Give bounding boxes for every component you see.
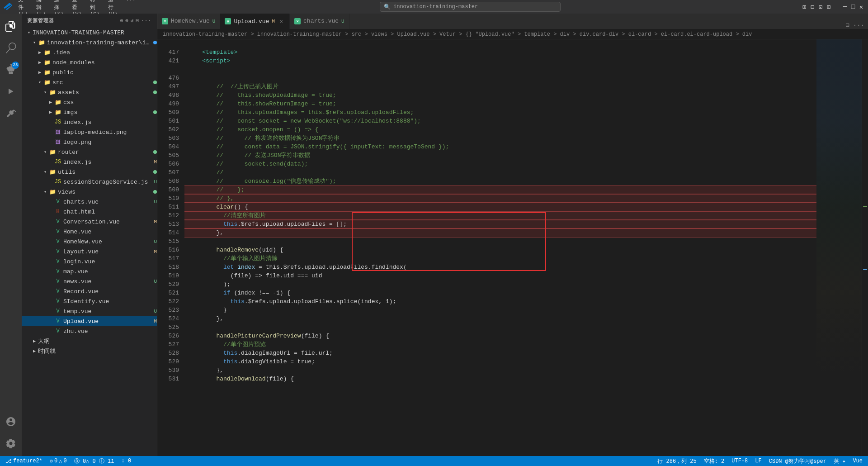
tab-close-button[interactable]: ✕ xyxy=(278,18,285,25)
tree-root[interactable]: ▾ INNOVATION-TRAINING-MASTER xyxy=(22,28,157,38)
spaces-label: 空格: 2 xyxy=(704,457,725,465)
tree-router-index[interactable]: ▶ JS index.js M xyxy=(22,157,157,167)
layout-icon[interactable]: ⊞ xyxy=(801,2,807,11)
status-language[interactable]: Vue xyxy=(851,456,864,466)
position-label: 行 286，列 25 xyxy=(657,457,696,465)
tree-label: assets xyxy=(58,89,151,96)
tree-router[interactable]: ▾ 📁 router xyxy=(22,147,157,157)
folder-icon: 📁 xyxy=(43,59,51,66)
status-branch[interactable]: ⎇ feature2* xyxy=(4,456,44,466)
tab-charts[interactable]: V charts.vue U xyxy=(290,14,349,29)
tree-timeline[interactable]: ▶ 时间线 xyxy=(22,346,157,356)
new-file-icon[interactable]: ⊕ xyxy=(120,18,124,24)
tree-homenew-vue[interactable]: ▶ V HomeNew.vue U xyxy=(22,237,157,247)
tree-chat-html[interactable]: ▶ H chat.html xyxy=(22,207,157,217)
status-position[interactable]: 行 286，列 25 xyxy=(656,456,698,466)
status-left: ⎇ feature2* ⊘ 0 △ 0 ⓪ 0△ 0 ⓘ 11 ↕ 0 xyxy=(4,456,133,466)
tree-arrow: ▶ xyxy=(36,69,43,76)
tab-upload[interactable]: V Upload.vue M ✕ xyxy=(220,14,290,29)
minimize-button[interactable]: ─ xyxy=(842,2,848,11)
code-line: }, xyxy=(184,228,816,237)
tree-index-js[interactable]: ▶ JS index.js xyxy=(22,117,157,127)
tree-conversation-vue[interactable]: ▶ V Conversation.vue M xyxy=(22,217,157,227)
editor-actions: ⊟ ··· xyxy=(842,21,868,29)
code-line: // const socket = new WebSocket("ws://lo… xyxy=(184,117,816,125)
folder-icon: 📁 xyxy=(43,49,51,56)
activity-explorer[interactable] xyxy=(0,15,22,37)
folder-icon: 📁 xyxy=(43,69,51,76)
tree-utils[interactable]: ▾ 📁 utils xyxy=(22,167,157,177)
split-editor-icon[interactable]: ⊟ xyxy=(845,21,849,29)
code-line: }, xyxy=(184,366,816,375)
layout4-icon[interactable]: ⊞ xyxy=(826,2,832,11)
status-errors[interactable]: ⊘ 0 △ 0 xyxy=(48,456,69,466)
maximize-button[interactable]: □ xyxy=(850,2,856,11)
tabs-bar: V HomeNew.vue U V Upload.vue M ✕ V chart… xyxy=(157,14,868,29)
tree-label: zhu.vue xyxy=(63,328,157,335)
tree-layout-vue[interactable]: ▶ V Layout.vue M xyxy=(22,247,157,257)
layout3-icon[interactable]: ⊡ xyxy=(817,2,824,11)
tab-homenew[interactable]: V HomeNew.vue U xyxy=(157,14,220,29)
tree-idea[interactable]: ▶ 📁 .idea xyxy=(22,48,157,57)
tree-sidentify-vue[interactable]: ▶ V SIdentify.vue xyxy=(22,296,157,306)
tree-main-folder[interactable]: ▾ 📁 innovation-training-master\in... xyxy=(22,38,157,48)
activity-search[interactable] xyxy=(0,37,22,59)
activity-account[interactable] xyxy=(0,411,22,433)
activity-extensions[interactable] xyxy=(0,102,22,124)
status-spaces[interactable]: 空格: 2 xyxy=(702,456,726,466)
tabs-spacer xyxy=(349,14,842,29)
sidebar: 资源管理器 ⊕ ⊕ ↺ ⊟ ··· ▾ INNOVATION-TRAINING-… xyxy=(22,14,157,456)
new-folder-icon[interactable]: ⊕ xyxy=(125,18,129,24)
tree-outline[interactable]: ▶ 大纲 xyxy=(22,336,157,346)
tree-temp-vue[interactable]: ▶ V temp.vue U xyxy=(22,306,157,316)
tree-login-vue[interactable]: ▶ V login.vue xyxy=(22,257,157,266)
tree-laptop-png[interactable]: ▶ 🖼 laptop-medical.png xyxy=(22,127,157,137)
more-actions-icon[interactable]: ··· xyxy=(853,22,864,29)
code-area[interactable]: <template> <script> // //上传已插入图片 // this… xyxy=(184,39,816,456)
tree-upload-vue[interactable]: ▶ V Upload.vue M xyxy=(22,316,157,326)
tree-logo-png[interactable]: ▶ 🖼 logo.png xyxy=(22,137,157,147)
titlebar: 文件(F) 编辑(E) 选择(S) 查看(V) 转到(G) 运行(R) ... … xyxy=(0,0,868,14)
tree-session-service[interactable]: ▶ JS sessionStorageService.js U xyxy=(22,177,157,187)
tree-zhu-vue[interactable]: ▶ V zhu.vue xyxy=(22,326,157,336)
badge-dot xyxy=(153,170,157,174)
layout2-icon[interactable]: ⊟ xyxy=(809,2,816,11)
refresh-icon[interactable]: ↺ xyxy=(131,18,134,24)
activity-settings[interactable] xyxy=(0,433,22,454)
tree-label: laptop-medical.png xyxy=(63,129,157,136)
code-line: (file) => file.uid === uid xyxy=(184,271,816,280)
activity-git[interactable]: 23 xyxy=(0,59,22,81)
tree-imgs[interactable]: ▶ 📁 imgs xyxy=(22,107,157,117)
tree-src[interactable]: ▾ 📁 src xyxy=(22,77,157,87)
status-info[interactable]: ⓪ 0△ 0 ⓘ 11 xyxy=(72,456,116,466)
status-csdn[interactable]: CSDN @努力学习@sper xyxy=(767,456,828,466)
tree-public[interactable]: ▶ 📁 public xyxy=(22,67,157,77)
warning-count: 0 xyxy=(63,458,66,464)
tree-home-vue[interactable]: ▶ V Home.vue xyxy=(22,227,157,237)
tree-css[interactable]: ▶ 📁 css xyxy=(22,97,157,107)
status-bar: ⎇ feature2* ⊘ 0 △ 0 ⓪ 0△ 0 ⓘ 11 ↕ 0 行 28… xyxy=(0,456,868,466)
badge-U: U xyxy=(154,279,157,284)
vue-file-icon: V xyxy=(54,278,61,285)
png-file-icon: 🖼 xyxy=(54,138,61,146)
status-input[interactable]: 英 ✦ xyxy=(832,456,847,466)
global-search-bar[interactable]: 🔍 innovation-training-master xyxy=(380,2,561,12)
tree-views[interactable]: ▾ 📁 views xyxy=(22,187,157,197)
code-lines: <template> <script> // //上传已插入图片 // this… xyxy=(184,39,816,383)
tree-record-vue[interactable]: ▶ V Record.vue xyxy=(22,286,157,296)
status-encoding[interactable]: UTF-8 xyxy=(730,456,750,466)
tree-map-vue[interactable]: ▶ V map.vue xyxy=(22,266,157,276)
more-icon[interactable]: ··· xyxy=(141,18,151,24)
code-line: handlePictureCardPreview(file) { xyxy=(184,332,816,340)
tree-node-modules[interactable]: ▶ 📁 node_modules xyxy=(22,57,157,67)
tree-news-vue[interactable]: ▶ V news.vue U xyxy=(22,276,157,286)
status-sync[interactable]: ↕ 0 xyxy=(120,456,133,466)
tab-label: charts.vue xyxy=(303,18,339,24)
activity-run[interactable] xyxy=(0,81,22,102)
tree-assets[interactable]: ▾ 📁 assets xyxy=(22,87,157,97)
collapse-icon[interactable]: ⊟ xyxy=(136,18,140,24)
status-eol[interactable]: LF xyxy=(753,456,763,466)
code-line: this.dialogVisible = true; xyxy=(184,357,816,366)
tree-charts-vue[interactable]: ▶ V charts.vue U xyxy=(22,197,157,207)
close-button[interactable]: ✕ xyxy=(858,2,864,11)
